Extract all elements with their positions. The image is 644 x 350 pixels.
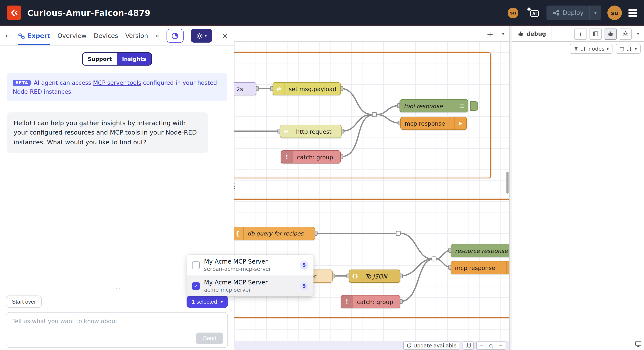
- tab-label: Overview: [58, 32, 87, 39]
- tab-overview[interactable]: Overview: [58, 26, 87, 45]
- tool-count-badge: 5: [300, 261, 308, 269]
- info-sidebar-button[interactable]: i: [574, 28, 587, 40]
- server-option-1[interactable]: My Acme MCP Server serban-acme-mcp-serve…: [187, 254, 314, 276]
- debug-sidebar-button[interactable]: [604, 28, 617, 40]
- zoom-out-icon[interactable]: −: [476, 342, 486, 349]
- debug-sidebar: debug i: [512, 26, 644, 350]
- node-to-json[interactable]: {} To JSON: [349, 270, 400, 283]
- node-debug-resource-response[interactable]: resource response ≡: [451, 244, 510, 257]
- ai-assistant-icon[interactable]: AI: [525, 6, 540, 20]
- arrow-right-icon: ▶: [506, 262, 510, 274]
- deploy-label: Deploy: [563, 9, 584, 16]
- pie-chart-icon: [172, 32, 179, 40]
- tab-version[interactable]: Version: [126, 26, 148, 45]
- panel-resize-handle[interactable]: ⋮: [231, 182, 238, 190]
- node-set-msg-payload[interactable]: ⇄ set msg.payload: [272, 82, 341, 96]
- node-label: catch: group: [353, 298, 400, 305]
- node-catch-group-2[interactable]: ! catch: group: [341, 295, 400, 308]
- mode-toggle: Support Insights: [0, 52, 234, 66]
- sidebar-menu-chevron-icon[interactable]: ▾: [634, 32, 642, 36]
- deploy-button[interactable]: Deploy ▾: [546, 6, 601, 20]
- user-avatar[interactable]: su: [607, 6, 622, 20]
- canvas-scrollbar-thumb[interactable]: [506, 172, 508, 194]
- mini-avatar[interactable]: su: [508, 8, 518, 18]
- json-braces-icon: {}: [349, 270, 361, 282]
- support-toggle-button[interactable]: Support: [83, 53, 117, 65]
- globe-icon: ⊕: [280, 125, 292, 138]
- chevron-down-icon: ▾: [594, 10, 596, 15]
- assistant-message: Hello! I can help you gather insights by…: [7, 112, 208, 153]
- debug-enable-toggle[interactable]: [470, 101, 478, 111]
- node-label: mcp response: [401, 120, 454, 127]
- node-debug-tool-response[interactable]: tool response ≡: [400, 99, 468, 112]
- filter-nodes-button[interactable]: all nodes ▾: [570, 44, 612, 54]
- chevron-down-icon: ▾: [221, 300, 223, 304]
- tab-label: Devices: [94, 32, 118, 39]
- zoom-controls: − ○ +: [476, 342, 506, 350]
- assistant-settings-button[interactable]: ▾: [191, 29, 212, 42]
- composer-input[interactable]: [6, 312, 228, 348]
- deploy-icon: [552, 10, 559, 16]
- flow-list-chevron-icon[interactable]: ▾: [502, 31, 504, 36]
- deploy-caret[interactable]: ▾: [590, 6, 601, 20]
- app-header: Curious-Amur-Falcon-4879 su AI: [0, 0, 644, 26]
- filter-nodes-label: all nodes: [580, 46, 604, 52]
- node-delay-2s[interactable]: 2s: [234, 82, 256, 96]
- zoom-reset-icon[interactable]: ○: [486, 342, 496, 349]
- help-sidebar-button[interactable]: [589, 28, 602, 40]
- tab-overflow-icon[interactable]: »: [155, 32, 159, 40]
- tab-label: Version: [126, 32, 148, 39]
- node-mcp-response-2[interactable]: mcp response ▶: [451, 261, 510, 274]
- close-icon[interactable]: ×: [221, 31, 229, 41]
- instance-title: Curious-Amur-Falcon-4879: [27, 8, 150, 18]
- refresh-icon: [406, 343, 411, 348]
- node-db-query[interactable]: { db query for recipes: [234, 227, 315, 240]
- exclamation-icon: !: [341, 296, 353, 308]
- tab-debug[interactable]: debug: [512, 26, 552, 41]
- exclamation-icon: !: [281, 151, 293, 163]
- insights-toggle-button[interactable]: Insights: [117, 53, 151, 65]
- node-mcp-response-1[interactable]: mcp response ▶: [400, 117, 467, 130]
- node-http-request[interactable]: ⊕ http request: [280, 125, 342, 138]
- flowfuse-logo-icon[interactable]: [7, 6, 21, 20]
- server-option-2[interactable]: ✓ My Acme MCP Server acme-mcp-server 5: [187, 276, 314, 296]
- node-label: tool response: [400, 102, 456, 109]
- insights-chart-button[interactable]: [166, 29, 184, 42]
- add-flow-icon[interactable]: +: [486, 29, 494, 38]
- node-label: To JSON: [361, 273, 400, 280]
- gear-icon: [622, 31, 628, 36]
- start-over-button[interactable]: Start over: [6, 296, 42, 308]
- navigator-map-button[interactable]: [462, 342, 474, 350]
- checkbox-checked[interactable]: ✓: [192, 282, 200, 290]
- clear-all-label: all: [626, 46, 633, 52]
- server-dropdown-popup: My Acme MCP Server serban-acme-mcp-serve…: [187, 254, 314, 296]
- chevron-down-icon: ▾: [635, 46, 637, 51]
- change-icon: ⇄: [273, 82, 285, 95]
- hamburger-menu-icon[interactable]: [628, 9, 637, 16]
- update-available-button[interactable]: Update available: [403, 342, 460, 350]
- expert-flow-icon: [18, 32, 25, 39]
- event-log-console-button[interactable]: [635, 341, 642, 349]
- back-arrow-icon[interactable]: ←: [5, 32, 11, 40]
- debug-messages-area: [512, 55, 644, 350]
- sidebar-tabbar: debug i: [512, 26, 644, 42]
- debug-toolbar: all nodes ▾ all ▾: [512, 42, 644, 56]
- svg-text:AI: AI: [532, 11, 537, 16]
- mcp-server-tools-link[interactable]: MCP server tools: [93, 79, 141, 86]
- sidebar-splitter[interactable]: [510, 26, 512, 350]
- tab-devices[interactable]: Devices: [94, 26, 118, 45]
- brace-icon: {: [234, 227, 244, 240]
- server-selection-button[interactable]: 1 selected ▾: [186, 296, 228, 308]
- settings-sidebar-button[interactable]: [619, 28, 632, 40]
- clear-messages-button[interactable]: all ▾: [616, 44, 640, 54]
- update-label: Update available: [413, 342, 456, 348]
- send-button[interactable]: Send: [196, 332, 223, 344]
- tool-count-badge: 5: [300, 282, 308, 290]
- node-label: 2s: [234, 85, 256, 92]
- tab-expert[interactable]: Expert: [18, 26, 50, 45]
- node-catch-group-1[interactable]: ! catch: group: [281, 150, 341, 164]
- server-title: My Acme MCP Server: [204, 279, 268, 286]
- zoom-in-icon[interactable]: +: [496, 342, 506, 349]
- checkbox-unchecked[interactable]: [192, 261, 200, 269]
- junctions[interactable]: [372, 112, 436, 261]
